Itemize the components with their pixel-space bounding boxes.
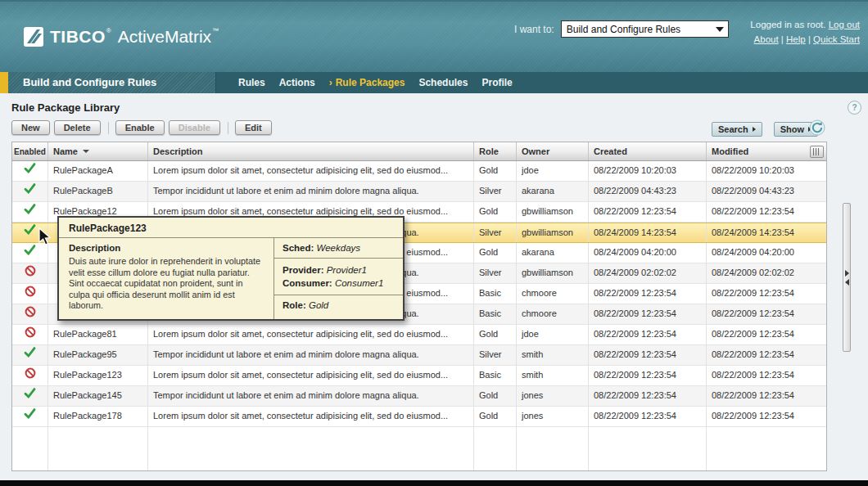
column-header-enabled[interactable]: Enabled [12, 142, 48, 160]
name-cell: RulePackage178 [48, 407, 148, 426]
nav-tab[interactable]: ›Profile [481, 77, 512, 88]
nav-tabs: ›Rules›Actions›Rule Packages›Schedules›P… [238, 72, 513, 93]
new-button[interactable]: New [11, 120, 50, 135]
nav-tab[interactable]: ›Schedules [418, 77, 468, 88]
enabled-blocked-icon [25, 285, 36, 304]
enabled-blocked-icon [25, 326, 36, 344]
enabled-check-icon [24, 182, 36, 201]
enabled-status-cell [12, 263, 48, 283]
name-cell: RulePackage81 [48, 325, 148, 344]
brand-logo: TIBCO® ActiveMatrix™ [23, 26, 219, 47]
show-button-label: Show [780, 124, 804, 134]
table-row[interactable]: RulePackage95 Tempor incididunt ut labor… [12, 345, 826, 366]
modified-cell: 08/22/2009 12:23:54 [707, 366, 826, 385]
created-cell: 08/24/2009 04:20:00 [589, 243, 707, 263]
column-header-description[interactable]: Description [148, 142, 474, 160]
toolbar-divider [108, 122, 109, 134]
modified-cell: 08/22/2009 04:43:23 [707, 182, 826, 201]
nav-tab[interactable]: ›Rule Packages [329, 77, 405, 88]
nav-tab-label: Profile [481, 77, 512, 88]
owner-cell: jones [517, 407, 589, 426]
table-row[interactable]: RulePackageB Tempor incididunt ut labore… [12, 182, 826, 202]
column-header-modified[interactable]: Modified [707, 142, 826, 160]
app-window: TIBCO® ActiveMatrix™ I want to: Build an… [0, 0, 868, 486]
enabled-check-icon [24, 244, 36, 263]
column-header-owner[interactable]: Owner [517, 142, 589, 160]
enabled-check-icon [24, 162, 36, 181]
about-link[interactable]: About [754, 34, 779, 44]
created-cell: 08/22/2009 10:20:03 [589, 161, 707, 181]
modified-cell: 08/22/2009 12:23:54 [707, 284, 826, 304]
nav-tab-label: Schedules [418, 77, 468, 88]
description-cell: Lorem ipsum dolor sit amet, consectetur … [148, 325, 474, 344]
table-row[interactable]: RulePackageA Lorem ipsum dolor sit amet,… [12, 161, 826, 182]
nav-tab-label: Rule Packages [336, 77, 405, 88]
role-cell: Silver [474, 182, 517, 201]
tooltip-title: RulePackage123 [59, 218, 403, 238]
role-cell: Gold [474, 202, 517, 222]
toolbar-right: Search Show [712, 122, 818, 137]
modified-cell: 08/22/2009 12:23:54 [707, 345, 826, 365]
quick-start-link[interactable]: Quick Start [813, 34, 860, 44]
search-button[interactable]: Search [712, 122, 762, 137]
active-tab-arrow-icon: › [329, 77, 332, 88]
owner-cell: akarana [517, 243, 589, 263]
help-icon[interactable]: ? [848, 101, 861, 115]
enabled-status-cell [12, 182, 48, 201]
modified-cell: 08/22/2009 12:23:54 [707, 325, 826, 344]
tibco-logo-icon [23, 26, 44, 47]
delete-button[interactable]: Delete [54, 120, 101, 135]
owner-cell: smith [517, 345, 589, 365]
column-header-created[interactable]: Created [589, 142, 707, 160]
logged-in-text: Logged in as root. [750, 20, 825, 29]
created-cell: 08/22/2009 04:43:23 [589, 182, 707, 201]
role-cell: Basic [474, 284, 517, 304]
table-header-row: Enabled Name Description Role Owner Crea… [12, 142, 826, 161]
tooltip-sched-value: Weekdays [317, 243, 360, 253]
collapse-left-icon [845, 279, 849, 286]
table-row[interactable]: RulePackage145 Tempor incididunt ut labo… [12, 386, 826, 407]
table-row[interactable]: RulePackage81 Lorem ipsum dolor sit amet… [12, 325, 826, 345]
column-picker-icon[interactable] [810, 146, 824, 158]
enabled-status-cell [12, 243, 48, 263]
name-cell: RulePackage145 [48, 386, 148, 406]
session-block: Logged in as root. Log out About | Help … [750, 17, 860, 47]
table-row[interactable]: RulePackage178 Lorem ipsum dolor sit ame… [12, 407, 826, 427]
description-cell: Lorem ipsum dolor sit amet, consectetur … [148, 161, 474, 181]
logout-link[interactable]: Log out [829, 20, 860, 29]
table-row[interactable]: RulePackage123 Lorem ipsum dolor sit ame… [12, 366, 826, 386]
i-want-to-group: I want to: Build and Configure Rules [514, 20, 729, 38]
tooltip-description-label: Description [69, 243, 265, 253]
tooltip-description-text: Duis aute irure dolor in reprehenderit i… [69, 256, 265, 312]
created-cell: 08/22/2009 12:23:54 [589, 325, 707, 344]
name-cell: RulePackage95 [48, 345, 148, 365]
nav-tab[interactable]: ›Rules [238, 77, 265, 88]
main-navbar: Build and Configure Rules ›Rules›Actions… [0, 72, 868, 93]
panel-splitter-handle[interactable] [843, 203, 851, 352]
refresh-icon[interactable] [809, 119, 825, 136]
i-want-to-value: Build and Configure Rules [567, 24, 680, 35]
enable-button[interactable]: Enable [115, 120, 165, 135]
help-link[interactable]: Help [786, 34, 806, 44]
description-cell: Lorem ipsum dolor sit amet, consectetur … [148, 366, 474, 385]
enabled-check-icon [24, 346, 36, 365]
owner-cell: jdoe [517, 325, 589, 344]
rule-package-tooltip: RulePackage123 Description Duis aute iru… [57, 216, 405, 321]
nav-tab[interactable]: ›Actions [279, 77, 315, 88]
column-header-role[interactable]: Role [474, 142, 517, 160]
tooltip-sched-section: Sched: Weekdays [274, 238, 403, 259]
owner-cell: gbwilliamson [517, 202, 589, 222]
enabled-status-cell [12, 325, 48, 344]
role-cell: Gold [474, 325, 517, 344]
enabled-check-icon [24, 407, 36, 426]
i-want-to-select[interactable]: Build and Configure Rules [561, 20, 729, 38]
owner-cell: chmoore [517, 284, 589, 304]
description-cell: Lorem ipsum dolor sit amet, consectetur … [148, 407, 474, 426]
modified-cell: 08/22/2009 10:20:03 [707, 161, 826, 181]
owner-cell: jdoe [517, 161, 589, 181]
name-cell: RulePackageB [48, 182, 148, 201]
column-header-name[interactable]: Name [48, 142, 148, 160]
brand-name: TIBCO [50, 27, 106, 47]
edit-button[interactable]: Edit [235, 120, 272, 135]
trademark-mark: ™ [212, 27, 219, 34]
